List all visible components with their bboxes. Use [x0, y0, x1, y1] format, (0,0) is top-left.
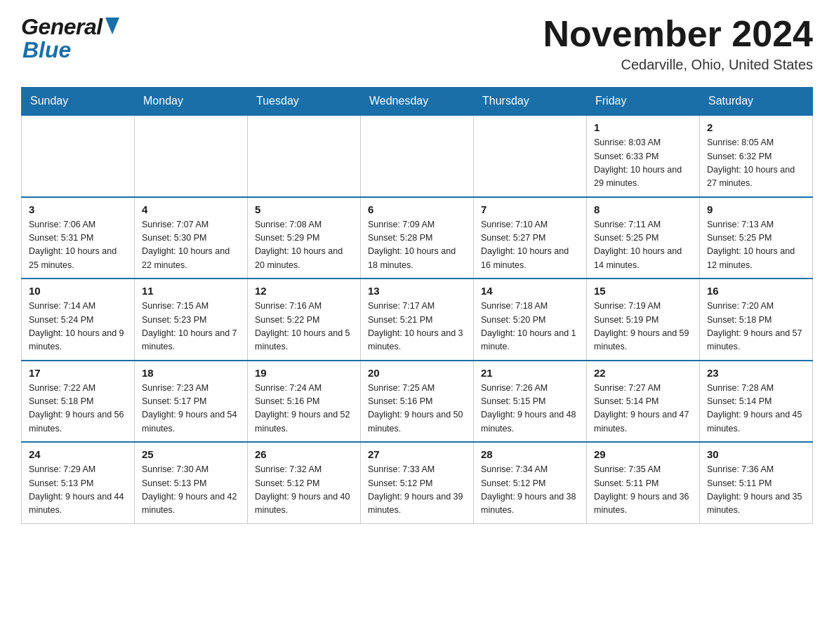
calendar-cell: 6Sunrise: 7:09 AMSunset: 5:28 PMDaylight…: [361, 197, 474, 279]
day-number: 24: [29, 448, 127, 460]
day-info: Sunrise: 7:15 AMSunset: 5:23 PMDaylight:…: [142, 300, 240, 354]
calendar-cell: 5Sunrise: 7:08 AMSunset: 5:29 PMDaylight…: [248, 197, 361, 279]
day-info: Sunrise: 7:35 AMSunset: 5:11 PMDaylight:…: [594, 463, 692, 518]
calendar-cell: 18Sunrise: 7:23 AMSunset: 5:17 PMDayligh…: [135, 361, 248, 443]
day-info: Sunrise: 7:09 AMSunset: 5:28 PMDaylight:…: [368, 218, 466, 273]
title-section: November 2024 Cedarville, Ohio, United S…: [543, 14, 813, 73]
day-number: 22: [594, 367, 692, 379]
day-number: 26: [255, 448, 353, 460]
location-subtitle: Cedarville, Ohio, United States: [543, 57, 813, 73]
day-number: 12: [255, 285, 353, 297]
calendar-week-row: 10Sunrise: 7:14 AMSunset: 5:24 PMDayligh…: [22, 279, 813, 361]
day-info: Sunrise: 7:07 AMSunset: 5:30 PMDaylight:…: [142, 218, 240, 273]
calendar-week-row: 24Sunrise: 7:29 AMSunset: 5:13 PMDayligh…: [22, 442, 813, 523]
day-info: Sunrise: 7:28 AMSunset: 5:14 PMDaylight:…: [707, 382, 805, 436]
day-number: 25: [142, 448, 240, 460]
col-header-saturday: Saturday: [700, 88, 813, 116]
day-number: 1: [594, 121, 692, 133]
col-header-monday: Monday: [135, 88, 248, 116]
day-info: Sunrise: 8:05 AMSunset: 6:32 PMDaylight:…: [707, 136, 805, 191]
calendar-cell: 19Sunrise: 7:24 AMSunset: 5:16 PMDayligh…: [248, 361, 361, 443]
calendar-week-row: 3Sunrise: 7:06 AMSunset: 5:31 PMDaylight…: [22, 197, 813, 279]
col-header-thursday: Thursday: [474, 88, 587, 116]
col-header-friday: Friday: [587, 88, 700, 116]
calendar-cell: [474, 115, 587, 197]
day-number: 15: [594, 285, 692, 297]
day-info: Sunrise: 7:17 AMSunset: 5:21 PMDaylight:…: [368, 300, 466, 354]
col-header-wednesday: Wednesday: [361, 88, 474, 116]
day-info: Sunrise: 7:20 AMSunset: 5:18 PMDaylight:…: [707, 300, 805, 354]
calendar-cell: 8Sunrise: 7:11 AMSunset: 5:25 PMDaylight…: [587, 197, 700, 279]
calendar-cell: [135, 115, 248, 197]
calendar-cell: 24Sunrise: 7:29 AMSunset: 5:13 PMDayligh…: [22, 442, 135, 523]
day-number: 4: [142, 203, 240, 215]
logo: General Blue: [21, 14, 119, 63]
calendar-cell: 20Sunrise: 7:25 AMSunset: 5:16 PMDayligh…: [361, 361, 474, 443]
calendar-cell: 17Sunrise: 7:22 AMSunset: 5:18 PMDayligh…: [22, 361, 135, 443]
col-header-tuesday: Tuesday: [248, 88, 361, 116]
calendar-cell: 29Sunrise: 7:35 AMSunset: 5:11 PMDayligh…: [587, 442, 700, 523]
day-number: 27: [368, 448, 466, 460]
calendar-cell: 9Sunrise: 7:13 AMSunset: 5:25 PMDaylight…: [700, 197, 813, 279]
day-info: Sunrise: 7:36 AMSunset: 5:11 PMDaylight:…: [707, 463, 805, 518]
calendar-cell: 27Sunrise: 7:33 AMSunset: 5:12 PMDayligh…: [361, 442, 474, 523]
calendar-cell: [22, 115, 135, 197]
day-info: Sunrise: 7:19 AMSunset: 5:19 PMDaylight:…: [594, 300, 692, 354]
calendar-cell: 2Sunrise: 8:05 AMSunset: 6:32 PMDaylight…: [700, 115, 813, 197]
calendar-cell: 21Sunrise: 7:26 AMSunset: 5:15 PMDayligh…: [474, 361, 587, 443]
day-info: Sunrise: 7:06 AMSunset: 5:31 PMDaylight:…: [29, 218, 127, 273]
calendar-cell: 30Sunrise: 7:36 AMSunset: 5:11 PMDayligh…: [700, 442, 813, 523]
day-number: 18: [142, 367, 240, 379]
day-info: Sunrise: 7:30 AMSunset: 5:13 PMDaylight:…: [142, 463, 240, 518]
day-info: Sunrise: 7:26 AMSunset: 5:15 PMDaylight:…: [481, 382, 579, 436]
day-info: Sunrise: 7:08 AMSunset: 5:29 PMDaylight:…: [255, 218, 353, 273]
calendar-cell: 4Sunrise: 7:07 AMSunset: 5:30 PMDaylight…: [135, 197, 248, 279]
logo-triangle-icon: [105, 18, 119, 37]
calendar-cell: [361, 115, 474, 197]
day-number: 3: [29, 203, 127, 215]
day-info: Sunrise: 8:03 AMSunset: 6:33 PMDaylight:…: [594, 136, 692, 191]
day-number: 7: [481, 203, 579, 215]
day-info: Sunrise: 7:33 AMSunset: 5:12 PMDaylight:…: [368, 463, 466, 518]
day-number: 29: [594, 448, 692, 460]
calendar-table: SundayMondayTuesdayWednesdayThursdayFrid…: [21, 87, 813, 524]
day-info: Sunrise: 7:10 AMSunset: 5:27 PMDaylight:…: [481, 218, 579, 273]
day-info: Sunrise: 7:11 AMSunset: 5:25 PMDaylight:…: [594, 218, 692, 273]
calendar-cell: 23Sunrise: 7:28 AMSunset: 5:14 PMDayligh…: [700, 361, 813, 443]
day-info: Sunrise: 7:27 AMSunset: 5:14 PMDaylight:…: [594, 382, 692, 436]
day-number: 23: [707, 367, 805, 379]
day-info: Sunrise: 7:32 AMSunset: 5:12 PMDaylight:…: [255, 463, 353, 518]
logo-general-text: General: [21, 14, 102, 40]
day-number: 20: [368, 367, 466, 379]
calendar-header-row: SundayMondayTuesdayWednesdayThursdayFrid…: [22, 88, 813, 116]
svg-marker-0: [105, 18, 119, 34]
month-title: November 2024: [543, 14, 813, 54]
calendar-cell: 28Sunrise: 7:34 AMSunset: 5:12 PMDayligh…: [474, 442, 587, 523]
calendar-cell: 26Sunrise: 7:32 AMSunset: 5:12 PMDayligh…: [248, 442, 361, 523]
day-number: 28: [481, 448, 579, 460]
calendar-cell: [248, 115, 361, 197]
day-info: Sunrise: 7:18 AMSunset: 5:20 PMDaylight:…: [481, 300, 579, 354]
logo-blue-text: Blue: [22, 37, 71, 62]
day-info: Sunrise: 7:29 AMSunset: 5:13 PMDaylight:…: [29, 463, 127, 518]
day-info: Sunrise: 7:14 AMSunset: 5:24 PMDaylight:…: [29, 300, 127, 354]
day-info: Sunrise: 7:24 AMSunset: 5:16 PMDaylight:…: [255, 382, 353, 436]
day-number: 17: [29, 367, 127, 379]
calendar-cell: 12Sunrise: 7:16 AMSunset: 5:22 PMDayligh…: [248, 279, 361, 361]
day-info: Sunrise: 7:16 AMSunset: 5:22 PMDaylight:…: [255, 300, 353, 354]
day-number: 2: [707, 121, 805, 133]
day-number: 30: [707, 448, 805, 460]
day-number: 14: [481, 285, 579, 297]
calendar-cell: 13Sunrise: 7:17 AMSunset: 5:21 PMDayligh…: [361, 279, 474, 361]
day-number: 13: [368, 285, 466, 297]
day-number: 19: [255, 367, 353, 379]
day-number: 16: [707, 285, 805, 297]
day-number: 11: [142, 285, 240, 297]
day-info: Sunrise: 7:22 AMSunset: 5:18 PMDaylight:…: [29, 382, 127, 436]
day-number: 10: [29, 285, 127, 297]
calendar-cell: 11Sunrise: 7:15 AMSunset: 5:23 PMDayligh…: [135, 279, 248, 361]
day-info: Sunrise: 7:23 AMSunset: 5:17 PMDaylight:…: [142, 382, 240, 436]
day-info: Sunrise: 7:25 AMSunset: 5:16 PMDaylight:…: [368, 382, 466, 436]
calendar-cell: 15Sunrise: 7:19 AMSunset: 5:19 PMDayligh…: [587, 279, 700, 361]
col-header-sunday: Sunday: [22, 88, 135, 116]
